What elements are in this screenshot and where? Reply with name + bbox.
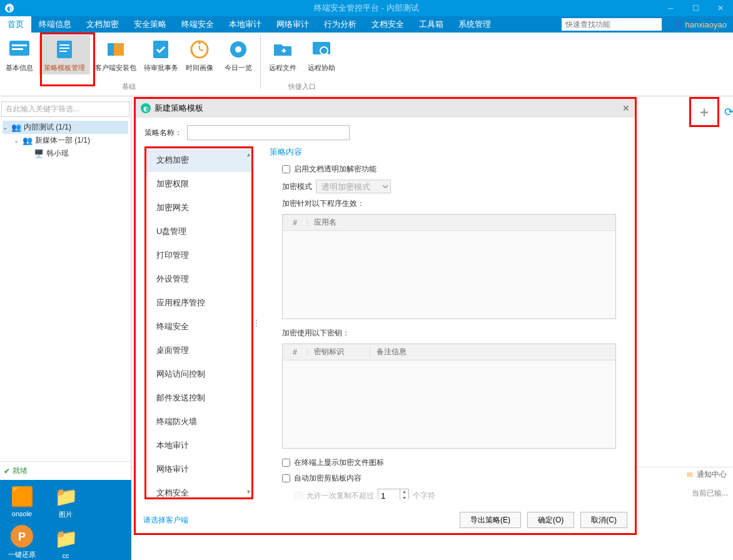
menu-local-audit[interactable]: 本地审计	[221, 16, 269, 33]
desktop-area: 🟧 onsole P 一键还原 📁 图片 📁 cc	[0, 480, 131, 560]
maximize-button[interactable]: ☐	[683, 0, 708, 16]
export-policy-button[interactable]: 导出策略(E)	[460, 512, 521, 528]
cat-web-access[interactable]: 网站访问控制	[146, 362, 251, 386]
info-icon	[8, 38, 31, 61]
folder-icon: 📁	[53, 526, 78, 551]
dialog-icon: ◐	[141, 103, 151, 113]
group-icon: 👥	[11, 123, 21, 132]
cancel-button[interactable]: 取消(C)	[580, 512, 627, 528]
refresh-button[interactable]: ⟳	[724, 105, 734, 119]
overview-icon	[226, 38, 250, 61]
menu-bar: 首页 终端信息 文档加密 安全策略 终端安全 本地审计 网络审计 行为分析 文档…	[0, 16, 733, 33]
dialog-close-button[interactable]: ✕	[622, 103, 630, 113]
col-index: #	[283, 348, 308, 357]
ribbon-time-portrait[interactable]: 时间画像	[180, 35, 219, 74]
dialog-title-text: 新建策略模板	[154, 103, 203, 114]
restore-icon: P	[9, 524, 34, 549]
cat-network-audit[interactable]: 网络审计	[146, 457, 251, 481]
cat-doc-encrypt[interactable]: 文档加密	[146, 148, 251, 172]
desktop-icon-pictures[interactable]: 📁 图片 📁 cc	[44, 484, 88, 560]
expand-icon[interactable]: ⌄	[3, 124, 9, 131]
ribbon-remote-file[interactable]: 远程文件	[263, 35, 302, 74]
expand-icon[interactable]: ⌄	[14, 137, 20, 144]
status-ready: ✔ 就绪	[0, 461, 131, 480]
auto-clipboard-label: 自动加密剪贴板内容	[294, 473, 361, 484]
svg-rect-3	[57, 41, 72, 58]
show-badge-checkbox[interactable]	[282, 459, 290, 467]
menu-terminal-security[interactable]: 终端安全	[174, 16, 221, 33]
tree-filter-input[interactable]: 在此输入关键字筛选...	[1, 101, 129, 117]
tree-user[interactable]: 🖥️ 韩小瑶	[3, 147, 128, 160]
plus-icon: ＋	[697, 104, 711, 120]
add-template-button[interactable]: ＋	[689, 97, 719, 127]
svg-point-11	[198, 42, 201, 44]
menu-toolbox[interactable]: 工具箱	[412, 16, 451, 33]
global-search[interactable]	[562, 16, 662, 33]
tree-dept[interactable]: ⌄ 👥 新媒体一部 (1/1)	[3, 134, 128, 147]
remote-file-icon	[271, 38, 295, 61]
ribbon-remote-assist[interactable]: 远程协助	[302, 35, 341, 74]
ribbon-policy-template[interactable]: 策略模板管理	[39, 35, 90, 74]
cat-terminal-security[interactable]: 终端安全	[146, 315, 251, 339]
check-icon: ✔	[4, 467, 10, 476]
cat-desktop-manage[interactable]: 桌面管理	[146, 339, 251, 362]
menu-doc-security[interactable]: 文档安全	[364, 16, 412, 33]
ribbon-today-overview[interactable]: 今日一览	[219, 35, 258, 74]
org-tree: ⌄ 👥 内部测试 (1/1) ⌄ 👥 新媒体一部 (1/1) 🖥️ 韩小瑶	[0, 118, 131, 163]
cat-app-control[interactable]: 应用程序管控	[146, 291, 251, 315]
user-badge[interactable]: 👤 hanxiaoyao	[667, 16, 734, 33]
cat-doc-security[interactable]: 文档安全	[146, 481, 251, 499]
spin-down[interactable]: ▼	[400, 496, 408, 499]
ok-button[interactable]: 确定(O)	[527, 512, 574, 528]
user-icon: 🖥️	[34, 149, 44, 158]
cat-usb-manage[interactable]: U盘管理	[146, 220, 251, 243]
cat-print-manage[interactable]: 打印管理	[146, 243, 251, 267]
menu-doc-encrypt[interactable]: 文档加密	[79, 16, 126, 33]
cat-encrypt-gateway[interactable]: 加密网关	[146, 196, 251, 220]
cat-mail-control[interactable]: 邮件发送控制	[146, 386, 251, 410]
right-toolbar: ＋ ⟳	[689, 97, 733, 127]
allow-copy-spinner[interactable]: ▲▼	[378, 489, 409, 499]
col-remark: 备注信息	[370, 347, 615, 357]
cat-firewall[interactable]: 终端防火墙	[146, 410, 251, 434]
ribbon-pending-approval[interactable]: 待审批事务	[141, 35, 180, 74]
user-icon: 👤	[673, 20, 683, 29]
menu-system-manage[interactable]: 系统管理	[451, 16, 498, 33]
programs-label: 加密针对以下程序生效：	[282, 198, 365, 209]
policy-content-panel: 策略内容 启用文档透明加解密功能 加密模式 透明加密模式 加密针对以下程序生效：…	[260, 146, 626, 499]
notify-center-link[interactable]: 通知中心	[697, 469, 727, 480]
allow-copy-value[interactable]	[378, 489, 400, 499]
cat-peripheral[interactable]: 外设管理	[146, 267, 251, 291]
auto-clipboard-checkbox[interactable]	[282, 474, 290, 482]
keys-label: 加密使用以下密钥：	[282, 328, 350, 339]
encrypt-mode-select[interactable]: 透明加密模式	[316, 180, 391, 193]
splitter-handle[interactable]: ⋮	[253, 146, 260, 499]
ribbon-client-installer[interactable]: 客户端安装包	[90, 35, 141, 74]
cat-encrypt-perm[interactable]: 加密权限	[146, 172, 251, 196]
search-input[interactable]	[562, 18, 662, 31]
policy-name-input[interactable]	[187, 125, 350, 140]
input-status-text: 当前已输...	[692, 488, 728, 499]
cat-local-audit[interactable]: 本地审计	[146, 434, 251, 457]
menu-security-policy[interactable]: 安全策略	[126, 16, 174, 33]
encrypt-mode-label: 加密模式	[282, 181, 312, 192]
enable-transparent-checkbox[interactable]	[282, 165, 290, 173]
scroll-down-icon[interactable]: ▾	[247, 488, 250, 495]
ribbon-group-basic-label: 基础	[0, 82, 258, 91]
close-button[interactable]: ✕	[708, 0, 733, 16]
menu-terminal-info[interactable]: 终端信息	[31, 16, 79, 33]
desktop-icon-onsole[interactable]: 🟧 onsole P 一键还原	[0, 484, 44, 560]
spin-up[interactable]: ▲	[400, 489, 408, 496]
installer-icon	[104, 38, 128, 61]
menu-behavior[interactable]: 行为分析	[316, 16, 364, 33]
scroll-up-icon[interactable]: ▴	[247, 151, 250, 158]
tree-root[interactable]: ⌄ 👥 内部测试 (1/1)	[3, 121, 128, 134]
menu-network-audit[interactable]: 网络审计	[269, 16, 316, 33]
menu-home[interactable]: 首页	[0, 16, 31, 33]
dialog-title-bar: ◐ 新建策略模板 ✕	[136, 99, 635, 118]
svg-rect-5	[59, 48, 69, 49]
ribbon-basic-info[interactable]: 基本信息	[0, 35, 39, 74]
svg-point-13	[235, 46, 241, 53]
status-ready-text: 就绪	[13, 466, 28, 476]
minimize-button[interactable]: ─	[658, 0, 683, 16]
